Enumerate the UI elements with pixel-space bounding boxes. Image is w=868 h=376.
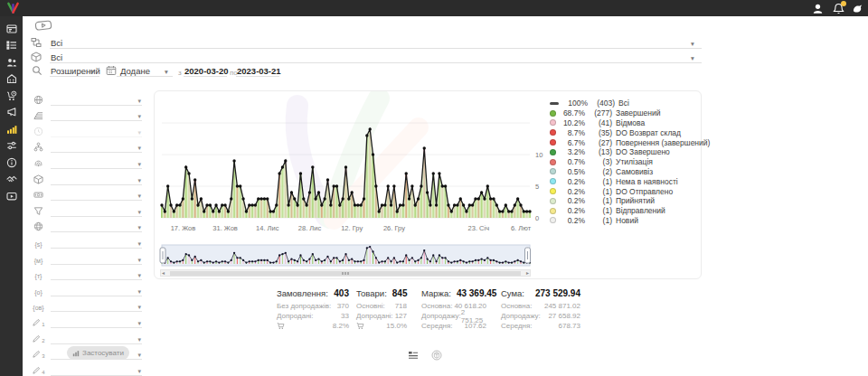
product-select[interactable]: [50, 52, 702, 63]
scroll-left-icon[interactable]: ◂: [162, 269, 165, 277]
summary-list-icon[interactable]: [408, 350, 419, 361]
legend-chip: [550, 217, 556, 223]
range-handle-left[interactable]: [160, 248, 165, 263]
stat-value: 845: [392, 288, 408, 298]
legend-item[interactable]: 3.2%(13)DO Завершено: [550, 147, 700, 157]
app-logo-icon[interactable]: [6, 2, 20, 14]
chevron-down-icon: ▾: [137, 113, 141, 119]
filter-custom-4-select[interactable]: ▾: [51, 363, 142, 376]
sidebar-item-marketing[interactable]: [5, 107, 18, 118]
filter-status-time-row: ▾: [23, 121, 146, 137]
sidebar-item-analytics[interactable]: [5, 123, 18, 135]
filter-token-t-select[interactable]: ▾: [51, 268, 142, 280]
bell-icon[interactable]: [833, 3, 844, 14]
sidebar-item-warehouse[interactable]: [5, 73, 18, 85]
mini-chart-range-selector[interactable]: [155, 243, 703, 268]
list-icon: [6, 40, 17, 51]
category-select[interactable]: [50, 37, 702, 49]
legend-chip: [550, 110, 556, 117]
bird-icon[interactable]: [852, 3, 863, 14]
filter-site-select[interactable]: ▾: [51, 93, 142, 106]
filter-identity-select[interactable]: ▾: [51, 156, 142, 169]
svg-text:26. Гру: 26. Гру: [383, 224, 405, 232]
legend-item[interactable]: 0.2%(1)Відправлений: [550, 206, 700, 216]
filter-custom-1-row: 1▾: [23, 312, 146, 328]
legend-item[interactable]: 6.7%(27)Повернення (завершений): [550, 137, 700, 147]
sidebar-item-video[interactable]: [5, 190, 18, 202]
legend-item[interactable]: 10.2%(41)Відмова: [550, 118, 700, 128]
filter-custom-2-row: 2▾: [23, 328, 146, 344]
legend-percent: 6.7%: [560, 138, 585, 147]
legend-label: Новий: [616, 216, 638, 225]
legend-item[interactable]: 0.2%(1)Прийнятий: [550, 196, 700, 206]
calendar-icon[interactable]: [106, 65, 117, 76]
package-icon[interactable]: [431, 350, 442, 361]
stat-title: Маржа:: [421, 288, 451, 298]
legend-item[interactable]: 8.7%(35)DO Возврат склад: [550, 127, 700, 137]
people-icon: [6, 57, 17, 68]
legend-item[interactable]: 0.2%(1)Нема в наявності: [550, 176, 700, 186]
legend-percent: 8.7%: [560, 128, 585, 137]
filter-website-select[interactable]: ▾: [51, 220, 142, 232]
legend-item[interactable]: 0.2%(1)Новий: [550, 216, 700, 226]
legend-item[interactable]: 0.2%(1)DO Отправлено: [550, 186, 700, 196]
tag-play-icon[interactable]: [34, 19, 52, 32]
filter-token-s-select[interactable]: ▾: [51, 236, 142, 249]
globe-solid-icon: [32, 94, 45, 105]
legend-label: DO Отправлено: [616, 187, 673, 196]
filter-payment-select[interactable]: ▾: [51, 188, 142, 201]
sidebar-item-purchases[interactable]: [5, 89, 18, 101]
legend-item[interactable]: 68.7%(277)Завершений: [550, 108, 700, 118]
chevron-down-icon: ▾: [691, 40, 694, 48]
scroll-right-icon[interactable]: ▸: [526, 269, 529, 277]
chevron-down-icon: ▾: [137, 98, 141, 104]
legend-count: (2): [588, 167, 612, 176]
sidebar-item-settings[interactable]: [5, 140, 18, 152]
legend-item[interactable]: 100%(403)Всі: [550, 99, 700, 108]
pencil-icon: 4: [32, 364, 45, 375]
filter-token-m-row: {м}▾: [23, 249, 146, 265]
svg-text:0: 0: [535, 214, 539, 222]
svg-text:12. Гру: 12. Гру: [341, 224, 363, 232]
search-icon[interactable]: [32, 65, 42, 76]
sidebar-item-clients[interactable]: [5, 56, 18, 68]
stat-value: 43 369.45: [457, 288, 497, 298]
filter-funnel-stages-select[interactable]: ▾: [51, 108, 142, 121]
legend-item[interactable]: 0.7%(3)Утилізація: [550, 157, 700, 167]
sidebar-item-dashboard[interactable]: [5, 23, 18, 34]
filter-token-o-select[interactable]: ▾: [51, 284, 142, 296]
search-mode-select[interactable]: [50, 65, 99, 77]
range-handle-right[interactable]: [525, 248, 531, 263]
stat-sub-label: Основна:: [501, 302, 532, 310]
date-field-select[interactable]: [117, 65, 173, 77]
legend-count: (41): [588, 118, 612, 127]
filter-custom-1-select[interactable]: ▾: [51, 315, 142, 328]
filter-token-ov-select[interactable]: ▾: [51, 299, 142, 312]
filter-token-o-row: {о}▾: [23, 280, 146, 296]
legend-label: DO Завершено: [616, 147, 670, 156]
stat-sub-label: Допродажу:: [421, 312, 461, 320]
top-header: [0, 0, 868, 16]
filter-token-m-select[interactable]: ▾: [51, 252, 142, 265]
sidebar-item-info[interactable]: [5, 156, 18, 168]
sidebar-item-partners[interactable]: [5, 174, 18, 185]
filter-product-select[interactable]: ▾: [51, 173, 142, 185]
stat-sub-value: 718: [395, 302, 407, 310]
stat-column: Замовлення:403Без допродажів:370Допродан…: [277, 288, 349, 331]
filter-status-time-select[interactable]: ▾: [51, 125, 142, 137]
apply-button[interactable]: Застосувати: [67, 346, 129, 360]
filter-funnel-select[interactable]: ▾: [51, 204, 142, 217]
sidebar: [0, 16, 23, 376]
legend-label: Самовивіз: [616, 167, 653, 176]
sidebar-item-orders[interactable]: [5, 40, 18, 52]
legend-chip: [550, 119, 556, 126]
handshake-icon: [6, 174, 17, 184]
filter-custom-2-select[interactable]: ▾: [51, 332, 142, 344]
legend-item[interactable]: 0.5%(2)Самовивіз: [550, 167, 700, 177]
stat-sub-value: 27 658.92: [548, 312, 580, 320]
range-scrollbar[interactable]: ◂ ▸: [160, 269, 531, 277]
filter-structure-select[interactable]: ▾: [51, 140, 142, 153]
chevron-down-icon: ▾: [137, 240, 141, 247]
scrollbar-thumb[interactable]: [170, 271, 521, 276]
person-icon[interactable]: [812, 3, 824, 14]
